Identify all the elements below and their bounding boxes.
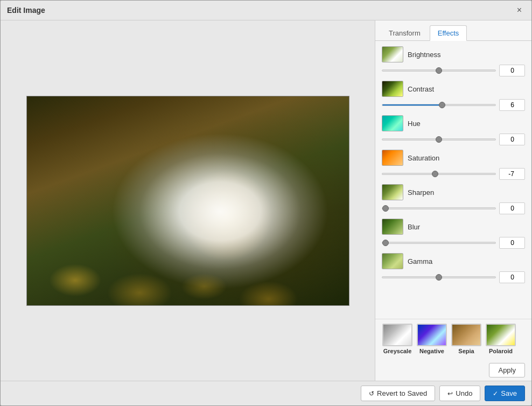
tabs-container: Transform Effects [375, 20, 531, 41]
greyscale-thumb [382, 324, 412, 346]
blur-slider-row [382, 237, 525, 249]
effect-negative[interactable]: Negative [416, 324, 447, 354]
blur-header: Blur [382, 219, 525, 235]
contrast-slider[interactable] [382, 104, 496, 106]
right-panel: Transform Effects Brightness [375, 20, 531, 381]
tab-effects[interactable]: Effects [430, 25, 467, 41]
tab-transform[interactable]: Transform [381, 25, 429, 41]
save-button[interactable]: ✓ Save [485, 386, 525, 401]
title-bar: Edit Image × [1, 1, 531, 20]
brightness-row: Brightness [382, 46, 525, 76]
sharpen-row: Sharpen [382, 184, 525, 214]
blur-row: Blur [382, 219, 525, 249]
revert-icon: ↺ [369, 390, 374, 397]
image-panel [1, 20, 375, 381]
hue-input[interactable] [499, 134, 525, 145]
apply-row: Apply [375, 359, 531, 381]
contrast-label: Contrast [408, 85, 434, 93]
hue-row: Hue [382, 115, 525, 145]
saturation-slider[interactable] [382, 173, 496, 175]
gamma-thumb [382, 253, 403, 269]
blur-input[interactable] [499, 237, 525, 249]
saturation-slider-row [382, 168, 525, 180]
effect-polaroid[interactable]: Polaroid [485, 324, 516, 354]
polaroid-label: Polaroid [489, 348, 513, 354]
sharpen-input[interactable] [499, 202, 525, 214]
close-button[interactable]: × [514, 5, 525, 16]
gamma-label: Gamma [408, 257, 432, 265]
edit-image-dialog: Edit Image × Transform Effects [0, 0, 532, 406]
contrast-header: Contrast [382, 81, 525, 97]
gamma-header: Gamma [382, 253, 525, 269]
footer-bar: ↺ Revert to Saved ↩ Undo ✓ Save [1, 381, 531, 405]
adjustments-panel: Brightness Contrast [375, 41, 531, 319]
saturation-row: Saturation [382, 150, 525, 180]
effects-grid: Greyscale Negative Sepia [382, 324, 525, 354]
blur-slider[interactable] [382, 242, 496, 244]
negative-thumb [417, 324, 447, 346]
greyscale-label: Greyscale [383, 348, 412, 354]
undo-icon: ↩ [447, 390, 453, 397]
brightness-header: Brightness [382, 46, 525, 62]
sepia-label: Sepia [458, 348, 474, 354]
save-label: Save [501, 389, 517, 397]
save-icon: ✓ [493, 390, 498, 397]
contrast-slider-row [382, 99, 525, 111]
sharpen-label: Sharpen [408, 188, 434, 197]
blur-thumb [382, 219, 403, 235]
brightness-input[interactable] [499, 65, 525, 76]
sepia-thumb [451, 324, 481, 346]
sharpen-thumb [382, 184, 403, 200]
main-content: Transform Effects Brightness [1, 20, 531, 381]
brightness-slider-row [382, 65, 525, 76]
hue-label: Hue [408, 120, 421, 128]
gamma-slider[interactable] [382, 276, 496, 278]
brightness-label: Brightness [408, 51, 440, 59]
contrast-input[interactable] [499, 99, 525, 111]
revert-label: Revert to Saved [377, 389, 427, 397]
contrast-row: Contrast [382, 81, 525, 111]
sharpen-slider[interactable] [382, 207, 496, 209]
revert-button[interactable]: ↺ Revert to Saved [361, 386, 435, 401]
hue-header: Hue [382, 115, 525, 131]
sharpen-header: Sharpen [382, 184, 525, 200]
yellow-flowers [27, 180, 349, 305]
gamma-row: Gamma [382, 253, 525, 283]
saturation-label: Saturation [408, 154, 439, 162]
effect-greyscale[interactable]: Greyscale [382, 324, 413, 354]
image-canvas [26, 96, 349, 306]
brightness-slider[interactable] [382, 69, 496, 72]
blur-label: Blur [408, 223, 420, 231]
saturation-thumb [382, 150, 403, 166]
hue-slider[interactable] [382, 138, 496, 141]
negative-label: Negative [419, 348, 444, 354]
saturation-header: Saturation [382, 150, 525, 166]
undo-label: Undo [456, 389, 472, 397]
polaroid-thumb [486, 324, 516, 346]
gamma-slider-row [382, 271, 525, 283]
effect-sepia[interactable]: Sepia [451, 324, 482, 354]
dialog-title: Edit Image [7, 6, 45, 15]
hue-thumb [382, 115, 403, 131]
hue-slider-row [382, 134, 525, 145]
brightness-thumb [382, 46, 403, 62]
sharpen-slider-row [382, 202, 525, 214]
gamma-input[interactable] [499, 271, 525, 283]
saturation-input[interactable] [499, 168, 525, 180]
contrast-thumb [382, 81, 403, 97]
apply-button[interactable]: Apply [489, 363, 525, 377]
effects-section: Greyscale Negative Sepia [375, 319, 531, 359]
undo-button[interactable]: ↩ Undo [439, 386, 480, 401]
